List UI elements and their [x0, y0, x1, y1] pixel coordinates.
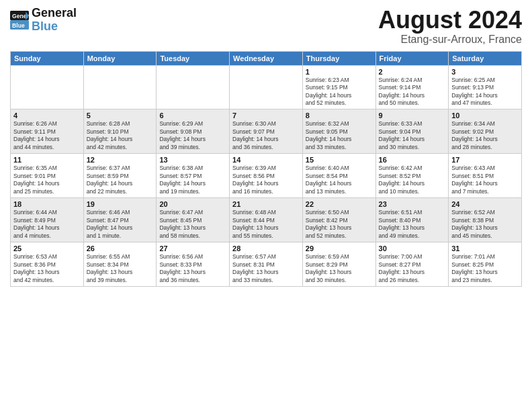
col-saturday: Saturday — [449, 51, 522, 65]
day-info: Sunrise: 6:46 AM Sunset: 8:47 PM Dayligh… — [87, 209, 154, 240]
day-info: Sunrise: 6:34 AM Sunset: 9:02 PM Dayligh… — [451, 120, 519, 151]
day-info: Sunrise: 6:24 AM Sunset: 9:14 PM Dayligh… — [379, 77, 446, 107]
col-monday: Monday — [83, 51, 157, 65]
day-number: 6 — [159, 111, 226, 120]
day-number: 17 — [451, 156, 519, 164]
day-number: 28 — [232, 244, 300, 253]
table-row: 8Sunrise: 6:32 AM Sunset: 9:05 PM Daylig… — [302, 109, 375, 154]
day-info: Sunrise: 6:57 AM Sunset: 8:31 PM Dayligh… — [232, 253, 300, 284]
table-row — [157, 65, 230, 109]
table-row: 23Sunrise: 6:51 AM Sunset: 8:40 PM Dayli… — [375, 198, 449, 242]
table-row: 5Sunrise: 6:28 AM Sunset: 9:10 PM Daylig… — [83, 109, 157, 154]
day-number: 29 — [306, 244, 373, 253]
day-info: Sunrise: 6:39 AM Sunset: 8:56 PM Dayligh… — [232, 165, 300, 195]
day-number: 8 — [306, 111, 373, 120]
day-info: Sunrise: 6:48 AM Sunset: 8:44 PM Dayligh… — [232, 209, 300, 240]
table-row: 30Sunrise: 7:00 AM Sunset: 8:27 PM Dayli… — [375, 242, 449, 287]
day-info: Sunrise: 6:28 AM Sunset: 9:10 PM Dayligh… — [87, 120, 154, 151]
header: General Blue GeneralBlue August 2024 Eta… — [10, 7, 522, 46]
logo: General Blue GeneralBlue — [10, 7, 77, 34]
table-row — [230, 65, 303, 109]
day-number: 30 — [379, 244, 446, 253]
table-row: 15Sunrise: 6:40 AM Sunset: 8:54 PM Dayli… — [302, 154, 375, 198]
day-number: 12 — [87, 156, 154, 164]
day-info: Sunrise: 6:40 AM Sunset: 8:54 PM Dayligh… — [306, 165, 373, 195]
table-row: 7Sunrise: 6:30 AM Sunset: 9:07 PM Daylig… — [230, 109, 303, 154]
day-info: Sunrise: 6:38 AM Sunset: 8:57 PM Dayligh… — [159, 165, 226, 195]
table-row — [11, 65, 84, 109]
day-info: Sunrise: 7:00 AM Sunset: 8:27 PM Dayligh… — [379, 253, 446, 284]
table-row: 14Sunrise: 6:39 AM Sunset: 8:56 PM Dayli… — [230, 154, 303, 198]
day-info: Sunrise: 6:26 AM Sunset: 9:11 PM Dayligh… — [13, 120, 81, 151]
day-number: 10 — [451, 111, 519, 120]
table-row: 18Sunrise: 6:44 AM Sunset: 8:49 PM Dayli… — [11, 198, 84, 242]
day-number: 22 — [306, 200, 373, 208]
day-number: 7 — [232, 111, 300, 120]
day-number: 2 — [379, 68, 446, 76]
day-number: 3 — [451, 68, 519, 76]
day-info: Sunrise: 6:55 AM Sunset: 8:34 PM Dayligh… — [87, 253, 154, 284]
col-thursday: Thursday — [302, 51, 375, 65]
day-number: 9 — [379, 111, 446, 120]
table-row — [83, 65, 157, 109]
table-row: 24Sunrise: 6:52 AM Sunset: 8:38 PM Dayli… — [449, 198, 522, 242]
table-row: 6Sunrise: 6:29 AM Sunset: 9:08 PM Daylig… — [157, 109, 230, 154]
day-info: Sunrise: 6:32 AM Sunset: 9:05 PM Dayligh… — [306, 120, 373, 151]
table-row: 20Sunrise: 6:47 AM Sunset: 8:45 PM Dayli… — [157, 198, 230, 242]
day-number: 14 — [232, 156, 300, 164]
day-number: 31 — [451, 244, 519, 253]
calendar-table: Sunday Monday Tuesday Wednesday Thursday… — [10, 51, 522, 287]
day-number: 18 — [13, 200, 81, 208]
day-number: 5 — [87, 111, 154, 120]
col-sunday: Sunday — [11, 51, 84, 65]
subtitle: Etang-sur-Arroux, France — [378, 34, 522, 46]
day-number: 25 — [13, 244, 81, 253]
table-row: 16Sunrise: 6:42 AM Sunset: 8:52 PM Dayli… — [375, 154, 449, 198]
day-info: Sunrise: 6:29 AM Sunset: 9:08 PM Dayligh… — [159, 120, 226, 151]
table-row: 1Sunrise: 6:23 AM Sunset: 9:15 PM Daylig… — [302, 65, 375, 109]
table-row: 31Sunrise: 7:01 AM Sunset: 8:25 PM Dayli… — [449, 242, 522, 287]
table-row: 3Sunrise: 6:25 AM Sunset: 9:13 PM Daylig… — [449, 65, 522, 109]
table-row: 13Sunrise: 6:38 AM Sunset: 8:57 PM Dayli… — [157, 154, 230, 198]
calendar-week-row: 11Sunrise: 6:35 AM Sunset: 9:01 PM Dayli… — [11, 154, 522, 198]
col-friday: Friday — [375, 51, 449, 65]
day-number: 15 — [306, 156, 373, 164]
table-row: 12Sunrise: 6:37 AM Sunset: 8:59 PM Dayli… — [83, 154, 157, 198]
day-number: 19 — [87, 200, 154, 208]
day-info: Sunrise: 7:01 AM Sunset: 8:25 PM Dayligh… — [451, 253, 519, 284]
day-info: Sunrise: 6:23 AM Sunset: 9:15 PM Dayligh… — [306, 77, 373, 107]
calendar-week-row: 25Sunrise: 6:53 AM Sunset: 8:36 PM Dayli… — [11, 242, 522, 287]
calendar-week-row: 4Sunrise: 6:26 AM Sunset: 9:11 PM Daylig… — [11, 109, 522, 154]
day-info: Sunrise: 6:30 AM Sunset: 9:07 PM Dayligh… — [232, 120, 300, 151]
day-info: Sunrise: 6:50 AM Sunset: 8:42 PM Dayligh… — [306, 209, 373, 240]
day-number: 24 — [451, 200, 519, 208]
table-row: 21Sunrise: 6:48 AM Sunset: 8:44 PM Dayli… — [230, 198, 303, 242]
table-row: 26Sunrise: 6:55 AM Sunset: 8:34 PM Dayli… — [83, 242, 157, 287]
calendar-week-row: 1Sunrise: 6:23 AM Sunset: 9:15 PM Daylig… — [11, 65, 522, 109]
day-info: Sunrise: 6:37 AM Sunset: 8:59 PM Dayligh… — [87, 165, 154, 195]
day-info: Sunrise: 6:33 AM Sunset: 9:04 PM Dayligh… — [379, 120, 446, 151]
day-info: Sunrise: 6:59 AM Sunset: 8:29 PM Dayligh… — [306, 253, 373, 284]
day-info: Sunrise: 6:47 AM Sunset: 8:45 PM Dayligh… — [159, 209, 226, 240]
calendar-header-row: Sunday Monday Tuesday Wednesday Thursday… — [11, 51, 522, 65]
svg-text:Blue: Blue — [12, 22, 25, 29]
day-info: Sunrise: 6:43 AM Sunset: 8:51 PM Dayligh… — [451, 165, 519, 195]
day-number: 13 — [159, 156, 226, 164]
day-number: 16 — [379, 156, 446, 164]
day-number: 20 — [159, 200, 226, 208]
table-row: 28Sunrise: 6:57 AM Sunset: 8:31 PM Dayli… — [230, 242, 303, 287]
table-row: 29Sunrise: 6:59 AM Sunset: 8:29 PM Dayli… — [302, 242, 375, 287]
day-number: 11 — [13, 156, 81, 164]
calendar-week-row: 18Sunrise: 6:44 AM Sunset: 8:49 PM Dayli… — [11, 198, 522, 242]
table-row: 2Sunrise: 6:24 AM Sunset: 9:14 PM Daylig… — [375, 65, 449, 109]
day-number: 21 — [232, 200, 300, 208]
day-info: Sunrise: 6:51 AM Sunset: 8:40 PM Dayligh… — [379, 209, 446, 240]
table-row: 27Sunrise: 6:56 AM Sunset: 8:33 PM Dayli… — [157, 242, 230, 287]
main-title: August 2024 — [378, 7, 522, 34]
title-section: August 2024 Etang-sur-Arroux, France — [378, 7, 522, 46]
col-wednesday: Wednesday — [230, 51, 303, 65]
day-info: Sunrise: 6:25 AM Sunset: 9:13 PM Dayligh… — [451, 77, 519, 107]
table-row: 4Sunrise: 6:26 AM Sunset: 9:11 PM Daylig… — [11, 109, 84, 154]
table-row: 22Sunrise: 6:50 AM Sunset: 8:42 PM Dayli… — [302, 198, 375, 242]
day-number: 26 — [87, 244, 154, 253]
